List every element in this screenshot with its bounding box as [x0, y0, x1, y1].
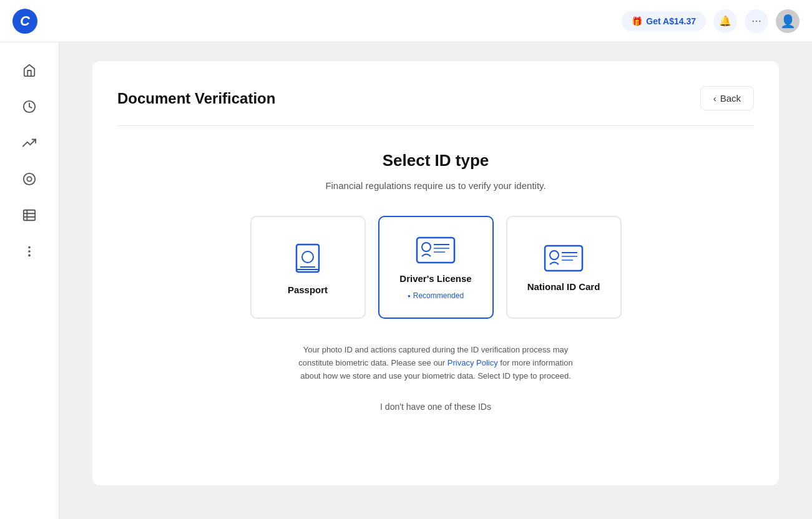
user-icon: 👤 [780, 14, 796, 29]
chevron-left-icon: ‹ [713, 93, 717, 104]
passport-icon [289, 240, 326, 277]
drivers-license-option[interactable]: Driver's License Recommended [378, 216, 494, 319]
passport-label: Passport [288, 284, 328, 295]
back-button[interactable]: ‹ Back [700, 86, 754, 110]
topbar: C 🎁 Get A$14.37 🔔 ⋯ 👤 [0, 0, 812, 42]
content-center: Select ID type Financial regulations req… [117, 151, 754, 412]
passport-option[interactable]: Passport [250, 216, 366, 319]
svg-rect-3 [24, 210, 35, 221]
bell-icon: 🔔 [719, 15, 731, 27]
drivers-license-label: Driver's License [399, 273, 471, 284]
sidebar-item-more[interactable] [14, 236, 45, 267]
logo[interactable]: C [12, 9, 37, 34]
no-id-link[interactable]: I don't have one of these IDs [380, 402, 491, 412]
privacy-policy-link[interactable]: Privacy Policy [448, 358, 498, 367]
svg-rect-10 [296, 245, 319, 272]
svg-point-20 [550, 251, 559, 260]
privacy-notice: Your photo ID and actions captured durin… [292, 344, 579, 382]
id-type-selector: Passport Driver's Licen [117, 216, 754, 319]
card-header: Document Verification ‹ Back [117, 86, 754, 110]
sidebar-item-home[interactable] [14, 55, 45, 86]
drivers-license-icon [415, 235, 456, 266]
gift-icon: 🎁 [632, 16, 642, 26]
document-verification-card: Document Verification ‹ Back Select ID t… [92, 61, 779, 485]
national-id-icon [543, 243, 584, 274]
grid-icon: ⋯ [751, 15, 761, 27]
apps-button[interactable]: ⋯ [745, 9, 768, 33]
main-content: Document Verification ‹ Back Select ID t… [59, 42, 812, 519]
sidebar-item-portfolio[interactable] [14, 200, 45, 231]
sidebar [0, 0, 59, 519]
svg-point-7 [29, 247, 30, 248]
page-title: Document Verification [117, 90, 275, 107]
user-avatar-button[interactable]: 👤 [776, 9, 800, 33]
svg-point-9 [29, 255, 30, 256]
svg-point-1 [24, 173, 35, 185]
notifications-button[interactable]: 🔔 [713, 9, 737, 33]
sidebar-item-history[interactable] [14, 91, 45, 122]
svg-point-15 [422, 243, 431, 251]
svg-point-2 [27, 177, 31, 181]
svg-point-8 [29, 251, 30, 252]
select-id-subtitle: Financial regulations require us to veri… [117, 180, 754, 191]
national-id-option[interactable]: National ID Card [506, 216, 622, 319]
header-divider [117, 125, 754, 126]
topbar-right: 🎁 Get A$14.37 🔔 ⋯ 👤 [622, 9, 800, 33]
get-coins-button[interactable]: 🎁 Get A$14.37 [622, 11, 706, 31]
sidebar-item-analytics[interactable] [14, 127, 45, 158]
select-id-title: Select ID type [117, 151, 754, 170]
sidebar-item-markets[interactable] [14, 163, 45, 195]
recommended-badge: Recommended [408, 291, 464, 300]
national-id-label: National ID Card [527, 281, 600, 292]
svg-point-11 [302, 251, 313, 263]
